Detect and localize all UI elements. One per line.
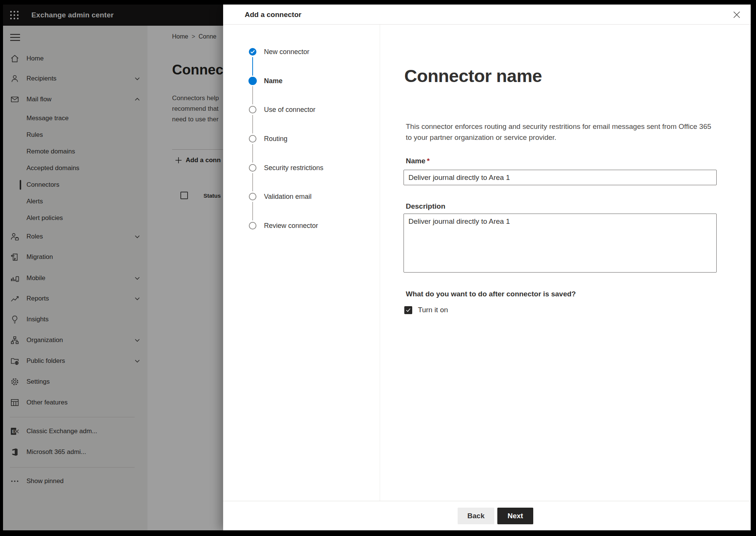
check-icon <box>406 308 411 312</box>
step-current-icon <box>248 77 257 85</box>
next-button[interactable]: Next <box>497 508 533 524</box>
step-name[interactable]: Name <box>249 73 283 89</box>
step-review-connector[interactable]: Review connector <box>249 217 318 234</box>
back-button[interactable]: Back <box>458 508 494 524</box>
name-field-label: Name* <box>406 157 430 165</box>
step-upcoming-icon <box>249 135 256 143</box>
wizard-steps-panel: New connector Name Use of connector Rout… <box>223 25 380 501</box>
check-icon <box>250 50 255 54</box>
step-upcoming-icon <box>249 222 256 229</box>
connector-name-input[interactable] <box>404 170 717 185</box>
panel-footer: Back Next <box>223 501 751 530</box>
after-save-question: What do you want to do after connector i… <box>406 290 576 298</box>
step-upcoming-icon <box>249 193 256 200</box>
step-routing[interactable]: Routing <box>249 130 287 147</box>
add-connector-panel: Add a connector New connector Name <box>223 5 751 530</box>
turn-it-on-label: Turn it on <box>418 306 448 314</box>
panel-title: Add a connector <box>245 5 301 25</box>
turn-it-on-checkbox[interactable] <box>404 306 412 314</box>
connector-description-textarea[interactable]: Deliver journal directly to Area 1 <box>404 214 717 273</box>
panel-body: New connector Name Use of connector Rout… <box>223 25 751 501</box>
close-icon[interactable] <box>732 10 742 20</box>
step-upcoming-icon <box>249 106 256 113</box>
step-upcoming-icon <box>249 164 256 172</box>
step-content-panel: Connector name This connector enforces r… <box>380 25 751 501</box>
required-asterisk: * <box>427 157 430 165</box>
panel-header: Add a connector <box>223 5 751 25</box>
step-description: This connector enforces routing and secu… <box>406 121 711 143</box>
step-use-of-connector[interactable]: Use of connector <box>249 101 315 118</box>
step-security-restrictions[interactable]: Security restrictions <box>249 160 323 176</box>
step-validation-email[interactable]: Validation email <box>249 188 312 205</box>
step-new-connector[interactable]: New connector <box>249 43 309 60</box>
description-field-label: Description <box>406 202 446 211</box>
step-completed-icon <box>249 48 256 56</box>
turn-it-on-option[interactable]: Turn it on <box>404 306 448 314</box>
step-heading: Connector name <box>404 65 542 87</box>
exchange-admin-app: Exchange admin center Home Recipients Ma… <box>3 5 751 530</box>
